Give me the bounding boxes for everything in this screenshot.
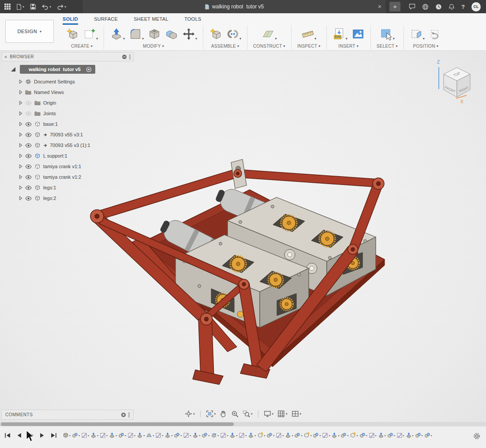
timeline-feature-sketch-34[interactable]: ▾ <box>369 432 377 438</box>
timeline-feature-sketch-5[interactable]: ▾ <box>100 432 108 438</box>
timeline-feature-sketch-3[interactable]: ▾ <box>81 432 89 438</box>
job-status-clock-icon[interactable] <box>435 4 442 10</box>
redo-icon[interactable]: ▾ <box>57 4 66 10</box>
document-tab[interactable]: walking robot tutor v5 × <box>82 0 386 13</box>
timeline-feature-extrude-21[interactable]: ▾ <box>248 432 256 438</box>
viewports-icon[interactable]: ▾ <box>292 410 302 418</box>
tree-item-joints[interactable]: Joints <box>1 108 134 119</box>
tree-item-legs-1[interactable]: legs:1 <box>1 182 134 193</box>
timeline-feature-joint-13[interactable]: ▾ <box>174 432 182 438</box>
timeline-feature-joint-7[interactable]: ▾ <box>118 432 126 438</box>
move-icon[interactable]: ▾ <box>182 27 197 41</box>
browser-grip[interactable] <box>129 54 131 60</box>
timeline-feature-component-27[interactable]: ▾ <box>303 432 311 438</box>
group-label-create[interactable]: CREATE▾ <box>71 44 93 49</box>
timeline-feature-extrude-15[interactable]: ▾ <box>192 432 200 438</box>
new-tab-button[interactable]: + <box>389 2 400 11</box>
expand-arrow-icon[interactable] <box>19 122 22 126</box>
group-label-position[interactable]: POSITION▾ <box>413 44 438 49</box>
display-icon[interactable]: ▾ <box>264 410 274 418</box>
visibility-eye-icon[interactable] <box>25 101 32 105</box>
tree-item-base-1[interactable]: base:1 <box>1 119 134 129</box>
group-label-insert[interactable]: INSERT▾ <box>338 44 359 49</box>
timeline-feature-extrude-9[interactable]: ▾ <box>137 432 145 438</box>
view-cube[interactable]: Z X TOP FRONT RIGHT <box>433 56 485 106</box>
visibility-eye-icon[interactable] <box>25 185 32 190</box>
notifications-bell-icon[interactable] <box>449 4 455 10</box>
timeline-feature-component-22[interactable]: ▾ <box>257 432 265 438</box>
expand-arrow-icon[interactable] <box>19 154 22 158</box>
visibility-eye-icon[interactable] <box>25 164 32 169</box>
timeline-feature-extrude-6[interactable]: ▾ <box>109 432 117 438</box>
help-icon[interactable]: ? <box>461 4 465 10</box>
timeline-feature-extrude-19[interactable]: ▾ <box>229 432 237 438</box>
expand-arrow-icon[interactable] <box>19 175 22 179</box>
timeline-feature-joint-36[interactable]: ▾ <box>387 432 395 438</box>
skip-start-icon[interactable] <box>4 432 11 439</box>
tree-item-origin[interactable]: Origin <box>1 98 134 108</box>
timeline-feature-sketch-29[interactable]: ▾ <box>322 432 330 438</box>
design-workspace-dropdown[interactable]: DESIGN▾ <box>5 20 54 43</box>
timeline-feature-sketch-14[interactable]: ▾ <box>183 432 191 438</box>
timeline-feature-revolve-17[interactable]: ▾ <box>211 432 219 438</box>
construct-plane-icon[interactable]: ▾ <box>262 27 277 41</box>
timeline-feature-extrude-25[interactable]: ▾ <box>285 432 293 438</box>
timeline-settings-gear-icon[interactable] <box>473 432 481 440</box>
expand-arrow-icon[interactable] <box>19 143 22 147</box>
measure-icon[interactable]: ▾ <box>301 27 316 41</box>
timeline-scrollbar[interactable] <box>0 422 486 426</box>
tree-item-tamiya-crank-v1-1[interactable]: tamiya crank v1:1 <box>1 161 134 172</box>
expand-arrow-icon[interactable] <box>19 101 22 105</box>
new-component-icon[interactable] <box>209 27 222 41</box>
root-expand-arrow-icon[interactable] <box>11 67 15 72</box>
fit-icon[interactable]: ▾ <box>206 410 216 418</box>
app-grid-icon[interactable] <box>4 4 11 10</box>
create-sketch-icon[interactable]: ▾ <box>83 27 98 41</box>
expand-arrow-icon[interactable] <box>19 132 22 137</box>
step-forward-icon[interactable] <box>39 432 45 439</box>
tree-item-tamiya-crank-v1-2[interactable]: tamiya crank v1:2 <box>1 172 134 182</box>
timeline-feature-joint-2[interactable]: ▾ <box>72 432 80 438</box>
tab-tools[interactable]: TOOLS <box>184 13 202 25</box>
tree-item-70093-v55-v3-1-1[interactable]: 70093 v55 v3 (1):1 <box>1 140 134 151</box>
joint-icon[interactable]: ▾ <box>226 27 241 41</box>
group-label-modify[interactable]: MODIFY▾ <box>143 44 164 49</box>
visibility-eye-icon[interactable] <box>25 111 32 116</box>
tree-item-l-support-1[interactable]: L support:1 <box>1 151 134 161</box>
comments-grip[interactable] <box>128 412 130 418</box>
file-menu-icon[interactable]: ▾ <box>16 4 24 10</box>
zoom-icon[interactable] <box>231 410 239 418</box>
timeline-feature-sketch-8[interactable]: ▾ <box>127 432 135 438</box>
root-pill[interactable]: walking robot tutor v5 <box>20 65 95 74</box>
timeline-feature-extrude-12[interactable]: ▾ <box>164 432 172 438</box>
visibility-eye-icon[interactable] <box>25 196 32 201</box>
tree-item-legs-2[interactable]: legs:2 <box>1 193 134 203</box>
expand-arrow-icon[interactable] <box>19 111 22 116</box>
group-label-construct[interactable]: CONSTRUCT▾ <box>253 44 285 49</box>
visibility-eye-icon[interactable] <box>25 154 32 158</box>
timeline-feature-sketch-18[interactable]: ▾ <box>220 432 228 438</box>
grid-display-icon[interactable]: ▾ <box>277 410 288 418</box>
timeline-feature-joint-23[interactable]: ▾ <box>266 432 274 438</box>
step-back-icon[interactable] <box>16 432 22 439</box>
group-label-inspect[interactable]: INSPECT▾ <box>297 44 321 49</box>
visibility-eye-icon[interactable] <box>25 175 32 180</box>
tree-root-item[interactable]: walking robot tutor v5 <box>1 65 134 74</box>
scrollbar-thumb[interactable] <box>1 422 234 426</box>
timeline-feature-joint-16[interactable]: ▾ <box>202 432 209 438</box>
timeline-feature-body-1[interactable]: ▾ <box>63 432 71 438</box>
position-revert-icon[interactable] <box>429 27 442 41</box>
pan-icon[interactable] <box>220 410 227 418</box>
user-avatar[interactable]: CL <box>471 2 481 11</box>
tab-sheet-metal[interactable]: SHEET METAL <box>134 13 168 25</box>
shell-icon[interactable] <box>148 27 161 41</box>
insert-svg-icon[interactable]: SVG▾ <box>333 27 348 41</box>
comments-options-icon[interactable] <box>121 412 126 418</box>
expand-arrow-icon[interactable] <box>19 79 22 84</box>
timeline-feature-joint-33[interactable]: ▾ <box>359 432 367 438</box>
comment-icon[interactable] <box>409 4 415 10</box>
timeline-feature-joint-28[interactable]: ▾ <box>313 432 321 438</box>
tab-surface[interactable]: SURFACE <box>94 13 118 25</box>
timeline-feature-mirror-10[interactable]: ▾ <box>146 432 154 438</box>
press-pull-icon[interactable]: ▾ <box>110 27 125 41</box>
